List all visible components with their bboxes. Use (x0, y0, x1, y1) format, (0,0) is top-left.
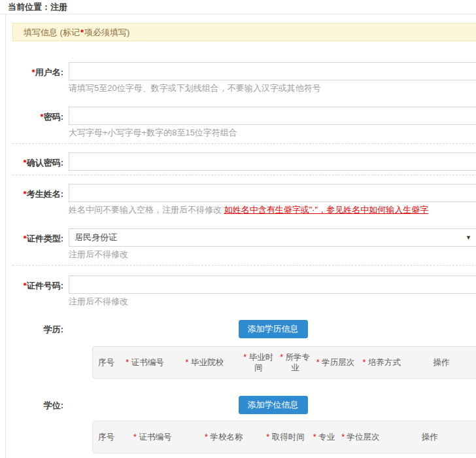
id-type-label: *证件类型: (6, 228, 63, 260)
id-number-label: *证件号码: (6, 275, 63, 307)
edu-col-certificate-no: * 证书编号 (120, 347, 170, 378)
education-table: 序号 * 证书编号 * 毕业院校 * 毕业时间 * 所学专业 * 学历层次 * … (92, 346, 476, 379)
divider (12, 265, 476, 266)
breadcrumb: 当前位置：注册 (0, 0, 476, 14)
degree-table-header-row: 序号 * 证书编号 * 学校名称 * 取得时间 * 专业 * 学位层次 操作 (93, 421, 476, 453)
notice-text-right: 项必须填写) (84, 27, 129, 37)
registration-form: *用户名: 请填写5至20位字母、数字或下划线组合，不要输入汉字或其他符号 *密… (6, 41, 476, 453)
edu-col-major: * 所学专业 (278, 347, 313, 378)
password-group: *密码: 大写字母+小写字母+数字的8至15位字符组合 (6, 107, 476, 138)
deg-col-level: * 学位层次 (339, 421, 382, 453)
confirm-password-input[interactable] (69, 152, 476, 171)
id-type-select[interactable]: 居民身份证 ▼ (69, 228, 476, 247)
registration-panel: 填写信息 (标记*项必须填写) *用户名: 请填写5至20位字母、数字或下划线组… (5, 14, 476, 458)
confirm-password-label: *确认密码: (6, 152, 63, 171)
breadcrumb-label: 当前位置：注册 (8, 2, 67, 12)
required-asterisk: * (80, 27, 84, 37)
confirm-password-group: *确认密码: (6, 152, 476, 171)
deg-col-major: * 专业 (309, 421, 339, 453)
password-label: *密码: (6, 107, 63, 138)
password-input[interactable] (69, 107, 476, 125)
degree-label: 学位: (6, 396, 63, 453)
candidate-name-hint: 姓名中间不要输入空格，注册后不得修改 如姓名中含有生僻字或"·"，参见姓名中如何… (69, 205, 476, 215)
candidate-name-group: *考生姓名: 姓名中间不要输入空格，注册后不得修改 如姓名中含有生僻字或"·"，… (6, 184, 476, 215)
caret-down-icon: ▼ (466, 229, 471, 247)
username-label: *用户名: (6, 62, 63, 94)
username-input[interactable] (69, 62, 476, 80)
id-type-group: *证件类型: 居民身份证 ▼ 注册后不得修改 (6, 228, 476, 260)
education-table-header-row: 序号 * 证书编号 * 毕业院校 * 毕业时间 * 所学专业 * 学历层次 * … (93, 347, 476, 378)
deg-col-actions: 操作 (382, 421, 476, 453)
deg-col-school-name: * 学校名称 (185, 421, 262, 453)
add-education-button[interactable]: 添加学历信息 (239, 320, 308, 338)
id-number-input[interactable] (69, 275, 476, 294)
password-hint: 大写字母+小写字母+数字的8至15位字符组合 (69, 128, 476, 138)
notice-bar: 填写信息 (标记*项必须填写) (12, 23, 476, 41)
username-group: *用户名: 请填写5至20位字母、数字或下划线组合，不要输入汉字或其他符号 (6, 62, 476, 94)
deg-col-index: 序号 (93, 421, 120, 453)
id-number-hint: 注册后不得修改 (69, 296, 476, 307)
degree-group: 学位: 添加学位信息 序号 * 证书编号 * 学校名称 (6, 396, 476, 453)
education-label: 学历: (6, 320, 63, 379)
notice-text-left: 填写信息 (标记 (24, 27, 80, 37)
divider (12, 143, 476, 144)
edu-col-graduation-date: * 毕业时间 (239, 347, 278, 378)
edu-col-school: * 毕业院校 (170, 347, 239, 378)
degree-table: 序号 * 证书编号 * 学校名称 * 取得时间 * 专业 * 学位层次 操作 (92, 421, 476, 453)
id-type-selected-value: 居民身份证 (75, 232, 117, 242)
candidate-name-input[interactable] (69, 184, 476, 202)
candidate-name-label: *考生姓名: (6, 184, 63, 215)
divider (12, 175, 476, 175)
edu-col-level: * 学历层次 (313, 347, 359, 378)
add-degree-button[interactable]: 添加学位信息 (239, 396, 308, 414)
username-hint: 请填写5至20位字母、数字或下划线组合，不要输入汉字或其他符号 (69, 83, 476, 94)
deg-col-certificate-no: * 证书编号 (120, 421, 185, 453)
edu-col-index: 序号 (93, 347, 120, 378)
edu-col-actions: 操作 (405, 347, 476, 378)
id-number-group: *证件号码: 注册后不得修改 (6, 275, 476, 307)
id-type-hint: 注册后不得修改 (69, 249, 476, 260)
education-group: 学历: 添加学历信息 序号 * 证书编号 * 毕业院校 (6, 320, 476, 379)
deg-col-obtain-date: * 取得时间 (262, 421, 309, 453)
edu-col-training-mode: * 培养方式 (358, 347, 405, 378)
rare-character-help-link[interactable]: 如姓名中含有生僻字或"·"，参见姓名中如何输入生僻字 (224, 205, 429, 215)
